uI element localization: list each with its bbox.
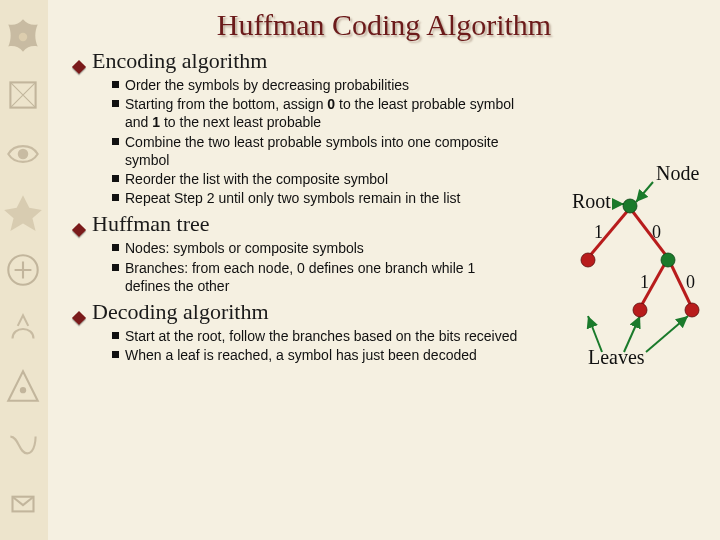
list-item: Combine the two least probable symbols i… <box>112 133 522 169</box>
square-bullet-icon <box>112 100 119 107</box>
ornament-icon <box>2 74 44 116</box>
tree-leaf-node <box>633 303 647 317</box>
tree-leaf-node <box>581 253 595 267</box>
diamond-bullet-icon <box>72 223 86 237</box>
ornament-icon <box>2 482 44 524</box>
svg-point-0 <box>19 33 27 41</box>
square-bullet-icon <box>112 332 119 339</box>
svg-point-4 <box>20 387 26 393</box>
ornament-icon <box>2 365 44 407</box>
svg-line-12 <box>630 208 668 258</box>
square-bullet-icon <box>112 81 119 88</box>
square-bullet-icon <box>112 264 119 271</box>
list-item: Order the symbols by decreasing probabil… <box>112 76 522 94</box>
square-bullet-icon <box>112 194 119 201</box>
edge-label: 1 <box>594 222 603 242</box>
square-bullet-icon <box>112 138 119 145</box>
ornament-icon <box>2 191 44 233</box>
list-item: Branches: from each node, 0 defines one … <box>112 259 522 295</box>
decorative-border <box>0 0 48 540</box>
square-bullet-icon <box>112 175 119 182</box>
tree-internal-node <box>661 253 675 267</box>
list-item: Repeat Step 2 until only two symbols rem… <box>112 189 522 207</box>
tree-leaf-node <box>685 303 699 317</box>
edge-label: 0 <box>686 272 695 292</box>
list-item: Nodes: symbols or composite symbols <box>112 239 522 257</box>
encoding-bullets: Order the symbols by decreasing probabil… <box>112 76 522 207</box>
section-encoding: Encoding algorithm <box>74 48 712 74</box>
huffman-tree-diagram: Node Root Leaves 1 0 1 0 <box>528 168 708 368</box>
section-heading: Decoding algorithm <box>92 299 269 325</box>
diamond-bullet-icon <box>72 60 86 74</box>
square-bullet-icon <box>112 244 119 251</box>
edge-label: 0 <box>652 222 661 242</box>
ornament-icon <box>2 307 44 349</box>
edge-label: 1 <box>640 272 649 292</box>
label-node: Node <box>656 162 699 184</box>
label-root: Root <box>572 190 611 212</box>
section-heading: Huffman tree <box>92 211 210 237</box>
ornament-icon <box>2 249 44 291</box>
tree-root-node <box>623 199 637 213</box>
tree-bullets: Nodes: symbols or composite symbols Bran… <box>112 239 522 295</box>
ornament-icon <box>2 133 44 175</box>
ornament-icon <box>2 16 44 58</box>
svg-point-2 <box>18 148 29 159</box>
section-heading: Encoding algorithm <box>92 48 267 74</box>
ornament-icon <box>2 424 44 466</box>
label-leaves: Leaves <box>588 346 645 368</box>
svg-line-6 <box>636 182 653 202</box>
svg-line-10 <box>646 316 688 352</box>
square-bullet-icon <box>112 351 119 358</box>
slide-title: Huffman Coding Algorithm <box>56 8 712 42</box>
list-item: Starting from the bottom, assign 0 to th… <box>112 95 522 131</box>
list-item: Reorder the list with the composite symb… <box>112 170 522 188</box>
diamond-bullet-icon <box>72 311 86 325</box>
